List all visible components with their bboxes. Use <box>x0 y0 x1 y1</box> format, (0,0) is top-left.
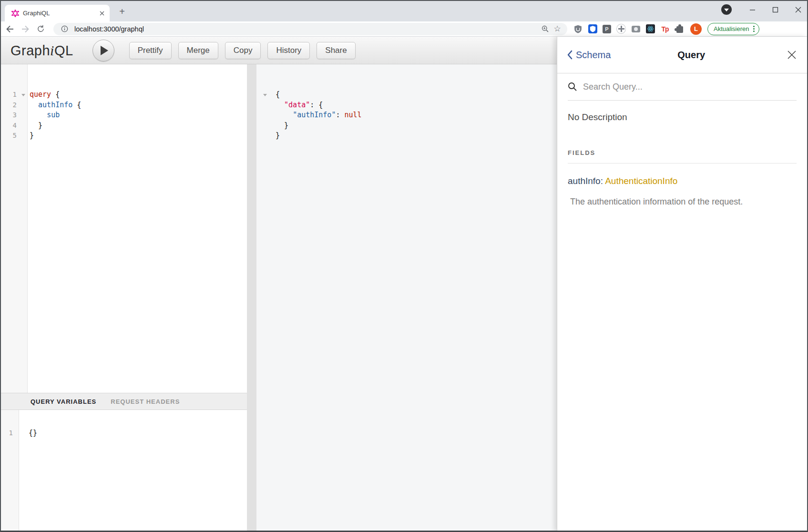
fold-gutter <box>257 131 276 141</box>
code-text: } <box>27 121 247 131</box>
graphql-favicon-icon <box>11 10 19 17</box>
window-controls <box>721 1 804 18</box>
update-browser-button[interactable]: Aktualisieren <box>707 23 759 35</box>
fold-gutter <box>257 121 276 131</box>
doc-search-input[interactable] <box>582 82 797 92</box>
tab-strip: GraphiQL + <box>1 1 807 21</box>
code-line[interactable]: } <box>257 131 558 141</box>
doc-back-link[interactable]: Schema <box>567 50 611 61</box>
fold-gutter <box>19 121 27 131</box>
address-bar[interactable]: localhost:3000/graphql ☆ <box>53 23 567 35</box>
doc-explorer-panel: Schema Query No Description FIELDS authI… <box>557 37 807 532</box>
query-editor[interactable]: 1query {2 authInfo {3 sub4 }5} <box>1 64 247 393</box>
code-line[interactable]: 1{} <box>1 428 247 439</box>
prettify-button[interactable]: Prettify <box>129 42 172 59</box>
tab-close-icon[interactable] <box>98 10 106 17</box>
browser-toolbar: localhost:3000/graphql ☆ P Tp L Aktuali <box>1 21 807 37</box>
titlebar-dropdown-icon[interactable] <box>721 4 732 15</box>
code-line[interactable]: } <box>257 121 558 131</box>
reload-icon[interactable] <box>34 23 47 35</box>
minimize-button[interactable] <box>746 3 758 16</box>
browser-tab[interactable]: GraphiQL <box>5 5 110 21</box>
privacy-extension-icon[interactable]: P <box>603 25 611 33</box>
line-number: 4 <box>1 121 19 131</box>
browser-window: GraphiQL + <box>0 0 808 532</box>
field-description: The authentication information of the re… <box>570 197 797 207</box>
share-button[interactable]: Share <box>317 42 355 59</box>
code-line[interactable]: 2 authInfo { <box>1 100 247 111</box>
fold-gutter <box>19 131 27 141</box>
move-tool-icon[interactable] <box>616 24 626 34</box>
play-icon <box>101 46 108 55</box>
tab-title: GraphiQL <box>23 10 98 17</box>
profile-avatar[interactable]: L <box>690 23 702 35</box>
tp-extension-icon[interactable]: Tp <box>660 24 670 34</box>
doc-search-bar <box>568 73 797 101</box>
doc-explorer-header: Schema Query <box>557 37 807 73</box>
tab-query-variables[interactable]: QUERY VARIABLES <box>31 398 96 405</box>
code-line[interactable]: 1query { <box>1 90 247 100</box>
doc-explorer-title: Query <box>611 50 786 61</box>
fold-arrow-icon[interactable] <box>19 90 27 100</box>
fields-section-header: FIELDS <box>568 149 797 156</box>
fold-gutter <box>19 110 27 121</box>
camera-extension-icon[interactable] <box>632 26 640 32</box>
editor-panes: 1query {2 authInfo {3 sub4 }5} QUERY VAR… <box>1 64 557 532</box>
history-button[interactable]: History <box>267 42 310 59</box>
bitwarden-icon[interactable] <box>588 24 597 34</box>
fold-arrow-icon[interactable] <box>257 90 276 100</box>
code-line[interactable]: "data": { <box>257 100 558 111</box>
close-window-button[interactable] <box>792 3 804 16</box>
fold-gutter <box>257 100 276 111</box>
maximize-button[interactable] <box>769 3 781 16</box>
code-text: sub <box>27 110 247 121</box>
zoom-icon[interactable] <box>539 23 551 35</box>
ublock-icon[interactable] <box>573 24 583 34</box>
code-text: } <box>27 131 247 141</box>
variables-editor[interactable]: 1{} <box>1 410 247 532</box>
code-line[interactable]: "authInfo": null <box>257 110 558 121</box>
site-info-icon[interactable] <box>58 23 71 35</box>
field-type-link[interactable]: AuthenticationInfo <box>605 176 677 186</box>
search-icon <box>568 82 577 92</box>
code-text: "authInfo": null <box>276 110 558 121</box>
graphiql-toolbar: GraphiQL Prettify Merge Copy History Sha… <box>1 37 557 64</box>
field-colon: : <box>601 176 605 186</box>
code-text: query { <box>27 90 247 100</box>
graphiql-app: GraphiQL Prettify Merge Copy History Sha… <box>1 37 807 532</box>
fields-divider <box>568 163 797 164</box>
url-text[interactable]: localhost:3000/graphql <box>74 25 539 33</box>
result-viewer[interactable]: { "data": { "authInfo": null }} <box>256 64 558 532</box>
variables-tab-bar: QUERY VARIABLES REQUEST HEADERS <box>1 393 247 410</box>
merge-button[interactable]: Merge <box>178 42 218 59</box>
doc-back-label: Schema <box>576 50 611 61</box>
back-icon[interactable] <box>4 23 16 35</box>
pane-resize-handle[interactable] <box>247 64 256 532</box>
code-text: { <box>276 90 558 100</box>
code-line[interactable]: 5} <box>1 131 247 141</box>
forward-icon[interactable] <box>19 23 31 35</box>
react-devtools-icon[interactable] <box>646 24 655 33</box>
doc-explorer-content: No Description FIELDS authInfo: Authenti… <box>557 112 807 207</box>
code-text: "data": { <box>276 100 558 111</box>
copy-button[interactable]: Copy <box>225 42 261 59</box>
line-number: 2 <box>1 100 19 111</box>
line-number: 1 <box>1 428 15 439</box>
code-line[interactable]: 4 } <box>1 121 247 131</box>
execute-query-button[interactable] <box>92 40 114 61</box>
bookmark-star-icon[interactable]: ☆ <box>551 23 563 35</box>
doc-close-icon[interactable] <box>786 49 798 61</box>
tab-request-headers[interactable]: REQUEST HEADERS <box>111 398 180 405</box>
new-tab-button[interactable]: + <box>115 5 129 18</box>
fold-gutter <box>19 100 27 111</box>
code-line[interactable]: 3 sub <box>1 110 247 121</box>
fold-gutter <box>257 110 276 121</box>
field-name-link[interactable]: authInfo <box>568 176 601 186</box>
doc-field-item: authInfo: AuthenticationInfo <box>568 176 797 186</box>
extensions-puzzle-icon[interactable] <box>676 26 683 33</box>
code-line[interactable]: { <box>257 90 558 100</box>
browser-menu-icon[interactable] <box>752 26 756 32</box>
update-browser-label: Aktualisieren <box>714 25 749 32</box>
line-number: 1 <box>1 90 19 100</box>
line-number: 5 <box>1 131 19 141</box>
